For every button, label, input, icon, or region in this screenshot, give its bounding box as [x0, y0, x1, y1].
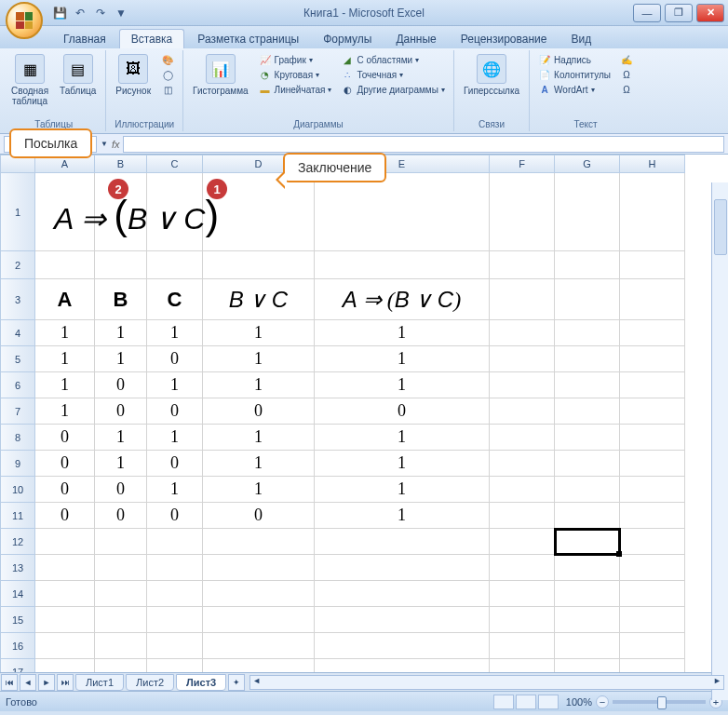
prev-sheet-button[interactable]: ◄ [20, 674, 36, 691]
cell-H13[interactable] [620, 555, 685, 581]
row-header-2[interactable]: 2 [0, 251, 35, 279]
cell-G6[interactable] [555, 372, 620, 398]
cell-A13[interactable] [35, 555, 95, 581]
cell-F17[interactable] [490, 659, 555, 672]
cell-D13[interactable] [203, 555, 315, 581]
redo-icon[interactable]: ↷ [93, 6, 108, 20]
row-header-3[interactable]: 3 [0, 279, 35, 320]
cell-C5[interactable]: 0 [147, 346, 203, 372]
tab-pagelayout[interactable]: Разметка страницы [186, 30, 310, 48]
cell-D12[interactable] [203, 529, 315, 555]
close-button[interactable]: ✕ [696, 4, 724, 22]
cell-C17[interactable] [147, 659, 203, 672]
cell-E9[interactable]: 1 [315, 451, 490, 477]
cell-F3[interactable] [490, 279, 555, 320]
office-button[interactable] [6, 2, 43, 39]
cell-H12[interactable] [620, 529, 685, 555]
cell-H15[interactable] [620, 607, 685, 633]
tab-view[interactable]: Вид [559, 30, 602, 48]
maximize-button[interactable]: ❐ [665, 4, 693, 22]
cell-C3[interactable]: C [147, 279, 203, 320]
cell-H8[interactable] [620, 425, 685, 451]
cell-B6[interactable]: 0 [95, 372, 147, 398]
cell-B11[interactable]: 0 [95, 503, 147, 529]
cell-G10[interactable] [555, 477, 620, 503]
cell-C6[interactable]: 1 [147, 372, 203, 398]
cell-B12[interactable] [95, 529, 147, 555]
row-header-1[interactable]: 1 [0, 173, 35, 251]
first-sheet-button[interactable]: ⏮ [1, 674, 18, 691]
cell-F8[interactable] [490, 425, 555, 451]
cell-H7[interactable] [620, 398, 685, 425]
cell-C2[interactable] [147, 251, 203, 279]
cell-F6[interactable] [490, 372, 555, 398]
cell-D15[interactable] [203, 607, 315, 633]
last-sheet-button[interactable]: ⏭ [57, 674, 74, 691]
cell-E10[interactable]: 1 [315, 477, 490, 503]
horizontal-scrollbar[interactable] [249, 675, 724, 690]
cell-F14[interactable] [490, 581, 555, 607]
cell-A2[interactable] [35, 251, 95, 279]
cell-A3[interactable]: A [35, 279, 95, 320]
cell-C15[interactable] [147, 607, 203, 633]
textbox-button[interactable]: 📝Надпись [535, 52, 613, 67]
cell-B10[interactable]: 0 [95, 477, 147, 503]
cell-B16[interactable] [95, 633, 147, 659]
vertical-scrollbar[interactable] [711, 182, 728, 700]
cell-B14[interactable] [95, 581, 147, 607]
namebox-dropdown-icon[interactable]: ▼ [101, 140, 108, 148]
cell-F4[interactable] [490, 320, 555, 346]
cell-E1[interactable] [315, 173, 490, 251]
cell-H16[interactable] [620, 633, 685, 659]
cell-G15[interactable] [555, 607, 620, 633]
cell-E7[interactable]: 0 [315, 398, 490, 425]
column-header-H[interactable]: H [620, 155, 685, 173]
clipart-button[interactable]: 🎨 [158, 52, 177, 67]
cell-A15[interactable] [35, 607, 95, 633]
cell-F13[interactable] [490, 555, 555, 581]
cell-A11[interactable]: 0 [35, 503, 95, 529]
qat-dropdown-icon[interactable]: ▼ [114, 6, 128, 20]
cell-F11[interactable] [490, 503, 555, 529]
smartart-button[interactable]: ◫ [158, 82, 177, 97]
cell-C13[interactable] [147, 555, 203, 581]
cell-A8[interactable]: 0 [35, 425, 95, 451]
table-button[interactable]: ▤Таблица [56, 52, 100, 98]
area-chart-button[interactable]: ◢С областями▾ [338, 52, 448, 67]
cell-H5[interactable] [620, 346, 685, 372]
cell-B7[interactable]: 0 [95, 398, 147, 425]
cell-H2[interactable] [620, 251, 685, 279]
cell-D4[interactable]: 1 [203, 320, 315, 346]
worksheet[interactable]: ABCDEFGH123ABCB ∨ CA ⇒ (B ∨ C)4111115110… [0, 155, 728, 672]
cell-B2[interactable] [95, 251, 147, 279]
row-header-8[interactable]: 8 [0, 425, 35, 451]
cell-F10[interactable] [490, 477, 555, 503]
cell-A6[interactable]: 1 [35, 372, 95, 398]
cell-D6[interactable]: 1 [203, 372, 315, 398]
formula-input[interactable] [123, 136, 724, 153]
cell-H3[interactable] [620, 279, 685, 320]
zoom-out-button[interactable]: − [596, 695, 609, 708]
cell-C10[interactable]: 1 [147, 477, 203, 503]
cell-E14[interactable] [315, 581, 490, 607]
cell-G2[interactable] [555, 251, 620, 279]
cell-C11[interactable]: 0 [147, 503, 203, 529]
other-charts-button[interactable]: ◐Другие диаграммы▾ [338, 82, 448, 97]
cell-D3[interactable]: B ∨ C [203, 279, 315, 320]
row-header-4[interactable]: 4 [0, 320, 35, 346]
headerfooter-button[interactable]: 📄Колонтитулы [535, 67, 613, 82]
row-header-11[interactable]: 11 [0, 503, 35, 529]
cell-D11[interactable]: 0 [203, 503, 315, 529]
cell-E16[interactable] [315, 633, 490, 659]
row-header-12[interactable]: 12 [0, 529, 35, 555]
cell-A14[interactable] [35, 581, 95, 607]
shapes-button[interactable]: ◯ [158, 67, 177, 82]
cell-E3[interactable]: A ⇒ (B ∨ C) [315, 279, 490, 320]
wordart-button[interactable]: AWordArt▾ [535, 82, 613, 97]
row-header-15[interactable]: 15 [0, 607, 35, 633]
cell-B8[interactable]: 1 [95, 425, 147, 451]
row-header-16[interactable]: 16 [0, 633, 35, 659]
cell-B5[interactable]: 1 [95, 346, 147, 372]
cell-G17[interactable] [555, 659, 620, 672]
row-header-9[interactable]: 9 [0, 451, 35, 477]
